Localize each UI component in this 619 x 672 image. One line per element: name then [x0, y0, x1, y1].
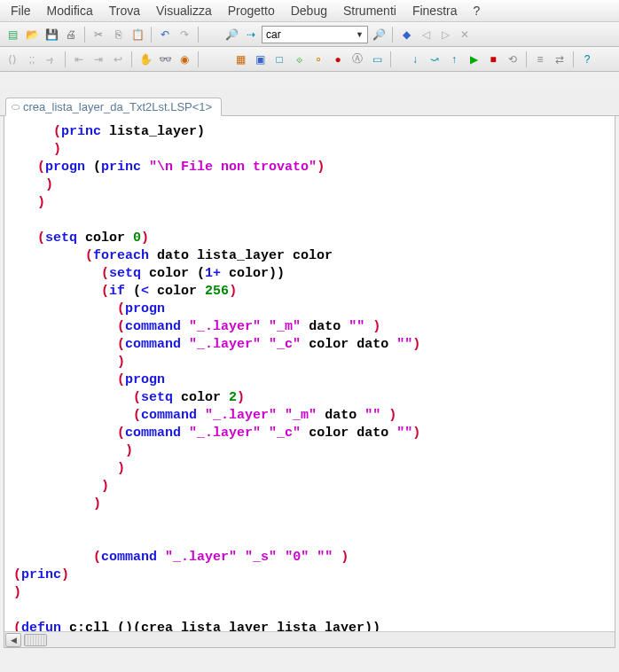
continue-icon[interactable]: ▶ [465, 51, 482, 68]
bookmark-prev-icon[interactable]: ◁ [417, 26, 435, 43]
menu-tools[interactable]: Strumenti [336, 2, 404, 20]
menu-project[interactable]: Progetto [221, 2, 282, 20]
menu-edit[interactable]: Modifica [40, 2, 100, 20]
hand-icon[interactable]: ✋ [137, 51, 154, 68]
scroll-left-icon[interactable]: ◀ [5, 633, 21, 647]
find-next-icon[interactable]: ⇢ [242, 26, 260, 43]
break-icon[interactable]: ● [329, 51, 347, 68]
toggle-icon[interactable]: ⇄ [551, 51, 568, 68]
apropos-icon[interactable]: Ⓐ [349, 51, 366, 68]
bookmark-clear-icon[interactable]: ✕ [456, 26, 474, 43]
toolbar-1: ▤ 📂 💾 🖨 ✂ ⎘ 📋 ↶ ↷ 🔎 ⇢ car ▼ 🔎 ◆ ◁ ▷ ✕ [0, 22, 619, 47]
copy-icon[interactable]: ⎘ [109, 26, 127, 43]
menu-window[interactable]: Finestra [405, 2, 465, 20]
separator [198, 51, 199, 67]
menu-debug[interactable]: Debug [284, 2, 334, 20]
indent-left-icon[interactable]: ⇤ [70, 51, 88, 68]
menu-help[interactable]: ? [466, 2, 487, 20]
bookmark-icon[interactable]: ◆ [397, 26, 415, 43]
console-icon[interactable]: ▣ [251, 51, 269, 68]
search-value: car [266, 28, 281, 41]
find-icon[interactable]: 🔎 [223, 26, 240, 43]
separator [65, 51, 66, 67]
document-icon: ⬭ [12, 101, 20, 113]
list-icon[interactable]: ≡ [531, 51, 549, 68]
watch-icon[interactable]: ◉ [176, 51, 193, 68]
symbol-icon[interactable]: ⚬ [310, 51, 327, 68]
scroll-thumb[interactable] [24, 634, 47, 646]
uncomment-icon[interactable]: ;̶ [43, 51, 60, 68]
separator [390, 51, 391, 67]
comment-icon[interactable]: ;; [23, 51, 41, 68]
nav-back-icon[interactable]: ↩ [109, 51, 127, 68]
menu-bar: File Modifica Trova Visualizza Progetto … [0, 0, 619, 22]
editor-pane: (princ lista_layer) ) (progn (princ "\n … [4, 116, 615, 648]
code-editor[interactable]: (princ lista_layer) ) (progn (princ "\n … [4, 116, 615, 645]
bookmark-next-icon[interactable]: ▷ [436, 26, 454, 43]
separator [151, 27, 152, 43]
load-icon[interactable]: ▦ [231, 51, 249, 68]
glasses-icon[interactable]: 👓 [156, 51, 174, 68]
redo-icon[interactable]: ↷ [176, 26, 193, 43]
toolbar-2: ⟨⟩ ;; ;̶ ⇤ ⇥ ↩ ✋ 👓 ◉ ▦ ▣ □ ⟐ ⚬ ● Ⓐ ▭ ↓ ⤻… [0, 47, 619, 72]
menu-find[interactable]: Trova [102, 2, 147, 20]
separator [392, 27, 393, 43]
watch2-icon[interactable]: ▭ [368, 51, 386, 68]
print-icon[interactable]: 🖨 [62, 26, 80, 43]
separator [131, 51, 132, 67]
new-file-icon[interactable]: ▤ [4, 26, 21, 43]
menu-file[interactable]: File [4, 2, 38, 20]
undo-icon[interactable]: ↶ [156, 26, 174, 43]
save-icon[interactable]: 💾 [43, 26, 60, 43]
search-combobox[interactable]: car ▼ [262, 26, 368, 43]
reset-icon[interactable]: ⟲ [504, 51, 521, 68]
cut-icon[interactable]: ✂ [90, 26, 107, 43]
step-over-icon[interactable]: ⤻ [426, 51, 443, 68]
step-out-icon[interactable]: ↑ [445, 51, 463, 68]
separator [84, 27, 85, 43]
separator [526, 51, 527, 67]
trace-icon[interactable]: ⟐ [290, 51, 308, 68]
indent-right-icon[interactable]: ⇥ [90, 51, 107, 68]
separator [198, 27, 199, 43]
dropdown-arrow-icon[interactable]: ▼ [356, 30, 364, 39]
separator [573, 51, 574, 67]
step-into-icon[interactable]: ↓ [406, 51, 424, 68]
paste-icon[interactable]: 📋 [129, 26, 146, 43]
tab-title: crea_lista_layer_da_Txt2Lst.LSP<1> [23, 100, 212, 113]
open-file-icon[interactable]: 📂 [23, 26, 41, 43]
format-icon[interactable]: ⟨⟩ [4, 51, 21, 68]
stop-icon[interactable]: ■ [484, 51, 502, 68]
tab-bar: ⬭ crea_lista_layer_da_Txt2Lst.LSP<1> [0, 90, 619, 116]
document-tab[interactable]: ⬭ crea_lista_layer_da_Txt2Lst.LSP<1> [5, 98, 222, 116]
horizontal-scrollbar[interactable]: ◀ [4, 631, 615, 647]
help-icon[interactable]: ? [578, 51, 596, 68]
menu-view[interactable]: Visualizza [149, 2, 219, 20]
find-go-icon[interactable]: 🔎 [370, 26, 388, 43]
inspect-icon[interactable]: □ [270, 51, 288, 68]
